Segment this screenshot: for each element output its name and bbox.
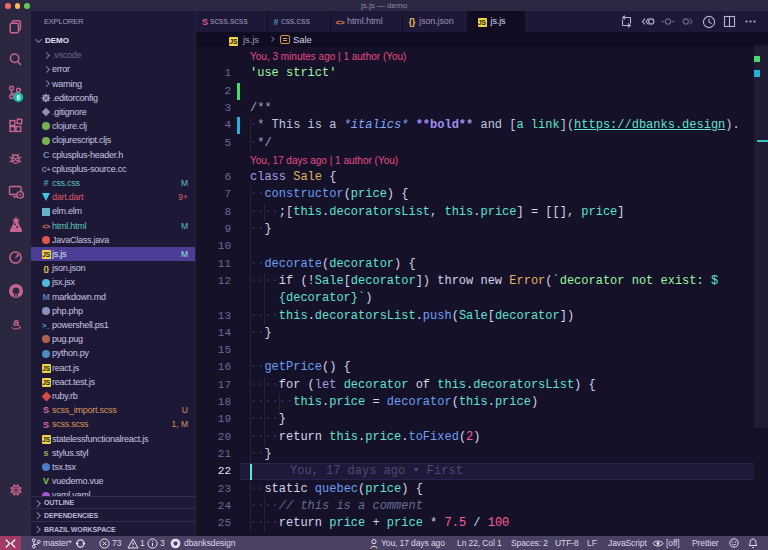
svg-text:6: 6 <box>16 94 20 101</box>
svg-text:a: a <box>12 316 19 328</box>
